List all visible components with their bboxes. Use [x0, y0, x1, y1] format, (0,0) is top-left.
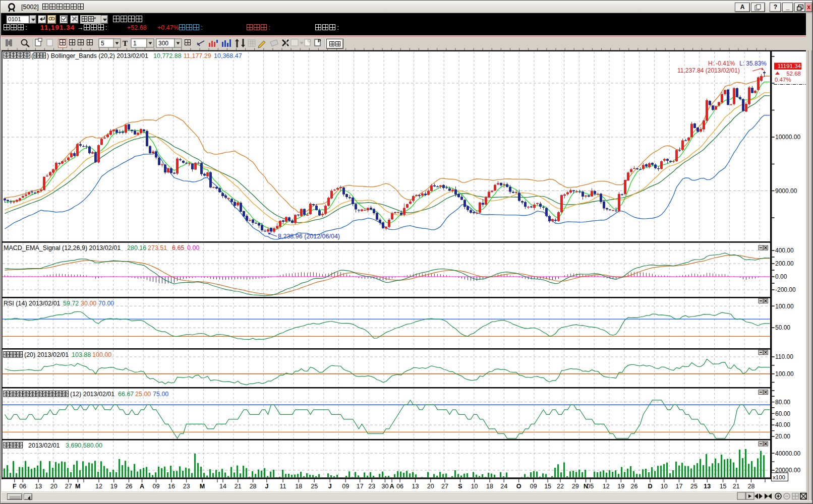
- svg-text:24: 24: [500, 483, 507, 490]
- svg-text:14: 14: [219, 483, 226, 490]
- svg-text:13: 13: [412, 483, 419, 490]
- svg-text:13: 13: [704, 483, 711, 490]
- svg-text:(12) 2013/02/01: (12) 2013/02/01: [70, 391, 114, 398]
- svg-text:30.00: 30.00: [81, 300, 96, 307]
- svg-text:8,238.96 (2012/06/04): 8,238.96 (2012/06/04): [278, 233, 340, 240]
- svg-text:19: 19: [110, 483, 118, 490]
- svg-text:19: 19: [617, 483, 624, 490]
- svg-text:70.00: 70.00: [98, 300, 114, 307]
- svg-text:RSI (14) 2013/02/01: RSI (14) 2013/02/01: [4, 300, 61, 307]
- svg-text:59.72: 59.72: [63, 300, 79, 307]
- svg-text:M: M: [200, 483, 205, 490]
- svg-text:10,772.88: 10,772.88: [153, 52, 182, 59]
- svg-text:110.00: 110.00: [775, 353, 793, 360]
- svg-text:20.00: 20.00: [775, 433, 790, 440]
- svg-text:3,690,580.00: 3,690,580.00: [66, 442, 102, 449]
- svg-text:100.00: 100.00: [775, 303, 794, 310]
- svg-text:17: 17: [357, 483, 364, 490]
- svg-text:15: 15: [544, 483, 551, 490]
- svg-text:J: J: [265, 483, 268, 490]
- svg-text:6.65: 6.65: [172, 244, 184, 251]
- svg-text:18: 18: [295, 483, 302, 490]
- svg-text:30: 30: [381, 483, 388, 490]
- svg-text:(20) 2013/02/01: (20) 2013/02/01: [24, 351, 69, 358]
- svg-text:22: 22: [557, 483, 564, 490]
- svg-text:J: J: [328, 483, 332, 490]
- svg-text:27: 27: [441, 483, 448, 490]
- svg-text:66.67: 66.67: [118, 391, 134, 398]
- svg-text:2013/02/01: 2013/02/01: [28, 442, 60, 449]
- svg-text:15: 15: [720, 483, 727, 490]
- svg-text:13: 13: [35, 483, 42, 490]
- svg-text:23: 23: [183, 483, 190, 490]
- svg-text:0.47%: 0.47%: [775, 77, 791, 83]
- svg-text:25: 25: [311, 483, 318, 490]
- svg-text:) Bollinger_Bands (20,2) 2013/: ) Bollinger_Bands (20,2) 2013/02/01: [47, 52, 148, 59]
- svg-text:H: -0.41%: H: -0.41%: [708, 60, 735, 67]
- svg-text:40.00: 40.00: [775, 421, 790, 428]
- svg-text:11191.34: 11191.34: [778, 63, 801, 69]
- svg-text:21: 21: [235, 483, 242, 490]
- svg-text:A: A: [140, 483, 144, 490]
- svg-text:25.00: 25.00: [135, 391, 151, 398]
- svg-text:10000.00: 10000.00: [775, 134, 800, 141]
- svg-text:100.00: 100.00: [92, 351, 111, 358]
- svg-text:28: 28: [747, 483, 754, 490]
- svg-text:16: 16: [168, 483, 175, 490]
- svg-text:100.00: 100.00: [775, 370, 794, 377]
- svg-text:273.51: 273.51: [148, 244, 167, 251]
- svg-text:26: 26: [631, 483, 638, 490]
- svg-text:52.68: 52.68: [786, 71, 801, 77]
- svg-text:M: M: [75, 483, 80, 490]
- svg-text:09: 09: [152, 483, 159, 490]
- svg-text:60.00: 60.00: [775, 410, 790, 417]
- svg-text:20: 20: [50, 483, 57, 490]
- svg-text:18: 18: [486, 483, 493, 490]
- svg-text:50.00: 50.00: [775, 324, 790, 331]
- svg-text:09: 09: [530, 483, 537, 490]
- svg-text:25: 25: [690, 483, 698, 490]
- svg-text:23: 23: [368, 483, 375, 490]
- svg-text:F: F: [13, 483, 17, 490]
- svg-text:09: 09: [342, 483, 349, 490]
- svg-text:103.88: 103.88: [72, 351, 91, 358]
- svg-text:12: 12: [603, 483, 610, 490]
- svg-text:11,177.29: 11,177.29: [184, 52, 211, 59]
- svg-text:10: 10: [471, 483, 478, 490]
- svg-text:40000.00: 40000.00: [775, 450, 800, 457]
- svg-text:21: 21: [733, 483, 740, 490]
- svg-text:20: 20: [427, 483, 434, 490]
- svg-text:D: D: [648, 483, 652, 490]
- svg-text:L: 35.83%: L: 35.83%: [739, 60, 767, 67]
- svg-text:10: 10: [661, 483, 668, 490]
- svg-text:06: 06: [19, 483, 26, 490]
- svg-text:-200.00: -200.00: [775, 286, 796, 293]
- svg-text:06: 06: [396, 483, 403, 490]
- svg-text:05: 05: [587, 483, 594, 490]
- svg-text:MACD_EMA_Signal (12,26,9) 2013: MACD_EMA_Signal (12,26,9) 2013/02/01: [4, 244, 121, 251]
- svg-text:x100: x100: [773, 474, 785, 480]
- svg-text:0.00: 0.00: [775, 273, 787, 280]
- svg-text:O: O: [516, 483, 521, 490]
- svg-text:280.16: 280.16: [127, 244, 146, 251]
- svg-text:29: 29: [572, 483, 579, 490]
- svg-text:10,368.47: 10,368.47: [214, 52, 242, 59]
- svg-text:200.00: 200.00: [775, 260, 794, 267]
- svg-text:80.00: 80.00: [775, 399, 790, 406]
- svg-text:11: 11: [280, 483, 286, 490]
- svg-text:12: 12: [95, 483, 102, 490]
- svg-text:75.00: 75.00: [153, 391, 168, 398]
- svg-text:26: 26: [126, 483, 133, 490]
- svg-text:A: A: [389, 483, 394, 490]
- svg-text:9000.00: 9000.00: [775, 187, 797, 195]
- svg-text:27: 27: [65, 483, 72, 490]
- svg-text:11,237.84 (2013/02/01): 11,237.84 (2013/02/01): [677, 67, 740, 74]
- svg-text:28: 28: [250, 483, 257, 490]
- svg-text:S: S: [458, 483, 462, 490]
- svg-text:400.00: 400.00: [775, 247, 794, 254]
- svg-text:17: 17: [675, 483, 682, 490]
- svg-text:0.00: 0.00: [187, 244, 199, 251]
